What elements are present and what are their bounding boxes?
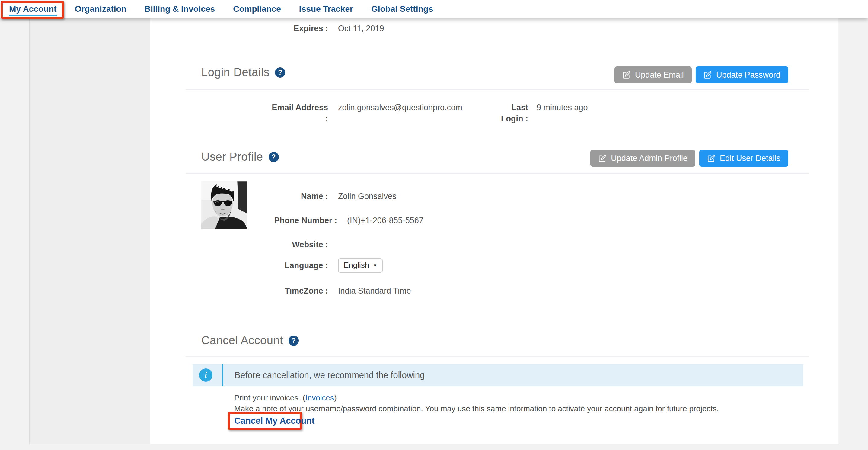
name-row: Name : Zolin Gonsalves	[271, 191, 397, 202]
section-divider	[186, 173, 809, 174]
phone-label: Phone Number :	[271, 215, 337, 226]
update-email-button[interactable]: Update Email	[615, 66, 692, 83]
cancel-account-header: Cancel Account ?	[201, 334, 299, 347]
expires-value: Oct 11, 2019	[338, 23, 384, 34]
name-value: Zolin Gonsalves	[338, 191, 397, 202]
top-navigation: My Account Organization Billing & Invoic…	[0, 0, 868, 18]
sidebar-panel	[29, 18, 150, 444]
cancellation-notice: i Before cancellation, we recommend the …	[192, 364, 803, 386]
expires-label: Expires :	[271, 23, 328, 34]
last-login-label: Last Login :	[495, 102, 528, 124]
tab-issue-tracker[interactable]: Issue Tracker	[299, 4, 353, 14]
invoices-link[interactable]: Invoices	[305, 393, 334, 402]
chevron-down-icon: ▼	[373, 263, 377, 268]
note-line: Make a note of your username/password co…	[234, 403, 719, 414]
phone-row: Phone Number : (IN)+1-206-855-5567	[271, 215, 424, 226]
timezone-row: TimeZone : India Standard Time	[271, 286, 411, 297]
edit-user-details-button[interactable]: Edit User Details	[699, 150, 788, 167]
timezone-value: India Standard Time	[338, 286, 411, 297]
edit-icon	[622, 71, 630, 79]
edit-icon	[707, 154, 715, 162]
annotation-box-cancel: Cancel My Account	[228, 412, 302, 430]
help-icon[interactable]: ?	[275, 67, 285, 78]
notice-title: Before cancellation, we recommend the fo…	[235, 370, 425, 380]
cancel-account-title: Cancel Account	[201, 334, 283, 347]
profile-photo	[201, 181, 247, 229]
tab-billing-invoices[interactable]: Billing & Invoices	[145, 4, 215, 14]
update-password-label: Update Password	[716, 70, 780, 80]
expires-row: Expires : Oct 11, 2019	[271, 23, 384, 34]
edit-icon	[598, 154, 606, 162]
account-settings-page: My Account Organization Billing & Invoic…	[0, 0, 868, 450]
user-profile-title: User Profile	[201, 150, 263, 163]
name-label: Name :	[271, 191, 328, 202]
email-address-value: zolin.gonsalves@questionpro.com	[338, 102, 495, 113]
update-password-button[interactable]: Update Password	[696, 66, 788, 83]
update-admin-profile-button[interactable]: Update Admin Profile	[590, 150, 695, 167]
login-details-title: Login Details	[201, 66, 270, 79]
section-divider	[186, 356, 809, 357]
invoices-line-prefix: Print your invoices. (	[234, 393, 305, 402]
info-icon: i	[199, 368, 213, 382]
website-label: Website :	[271, 239, 328, 250]
invoices-line: Print your invoices. (Invoices)	[234, 393, 337, 403]
edit-icon	[704, 71, 712, 79]
user-profile-header: User Profile ?	[201, 150, 279, 163]
user-profile-actions: Update Admin Profile Edit User Details	[590, 150, 788, 167]
email-row: Email Address : zolin.gonsalves@question…	[271, 102, 588, 124]
tab-compliance[interactable]: Compliance	[233, 4, 281, 14]
main-content: Expires : Oct 11, 2019 Login Details ? U…	[150, 18, 838, 444]
language-label: Language :	[271, 260, 328, 271]
phone-value: (IN)+1-206-855-5567	[347, 215, 424, 226]
invoices-line-suffix: )	[334, 393, 337, 402]
language-dropdown[interactable]: English ▼	[338, 258, 383, 273]
language-selected-value: English	[343, 261, 369, 270]
cancel-my-account-link[interactable]: Cancel My Account	[234, 416, 314, 426]
notice-accent-bar	[222, 364, 223, 386]
login-details-header: Login Details ?	[201, 66, 285, 79]
help-icon[interactable]: ?	[288, 335, 299, 346]
timezone-label: TimeZone :	[271, 286, 328, 297]
section-divider	[186, 89, 809, 90]
website-row: Website :	[271, 239, 338, 250]
language-row: Language : English ▼	[271, 258, 383, 273]
login-details-actions: Update Email Update Password	[615, 66, 788, 83]
update-admin-profile-label: Update Admin Profile	[611, 154, 687, 163]
tab-global-settings[interactable]: Global Settings	[371, 4, 433, 14]
edit-user-details-label: Edit User Details	[720, 154, 780, 163]
email-address-label: Email Address :	[271, 102, 328, 124]
tab-my-account[interactable]: My Account	[9, 4, 57, 14]
help-icon[interactable]: ?	[269, 152, 279, 162]
tab-organization[interactable]: Organization	[75, 4, 126, 14]
update-email-label: Update Email	[635, 70, 684, 80]
last-login-value: 9 minutes ago	[537, 102, 588, 113]
